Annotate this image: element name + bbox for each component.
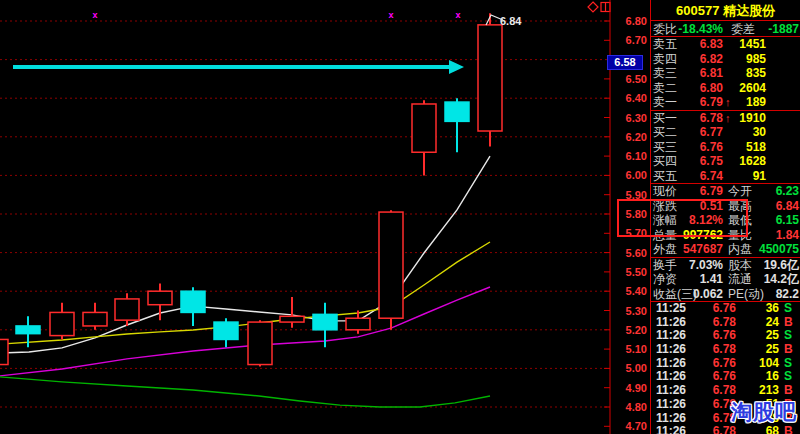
tick-volume: 104 <box>741 357 779 371</box>
level-volume: 518 <box>727 140 766 155</box>
level-volume: 1451 <box>727 37 766 52</box>
diamond-tool-icon[interactable] <box>588 2 598 12</box>
level-label: 买四 <box>653 154 677 169</box>
level-volume: 985 <box>727 52 766 67</box>
price-axis-label: 4.90 <box>611 382 647 394</box>
level-price: 6.76 <box>675 140 723 155</box>
price-axis-label: 6.10 <box>611 150 647 162</box>
price-axis-label: 4.70 <box>611 420 647 432</box>
stat-value: 7.03% <box>675 258 723 273</box>
level-volume: 1628 <box>727 154 766 169</box>
price-axis-label: 6.30 <box>611 112 647 124</box>
candle-body <box>346 318 370 330</box>
bid-levels: 买一6.78↑1910买二6.7730买三6.76518买四6.751628买五… <box>651 111 800 185</box>
tick-price: 6.76 <box>696 329 736 343</box>
info-label: 今开 <box>728 184 752 199</box>
tick-time: 11:26 <box>656 329 686 343</box>
info-row: 外盘547687内盘450075 <box>651 242 800 257</box>
weibi-label: 委比 <box>653 21 677 37</box>
level-label: 买三 <box>653 140 677 155</box>
level-label: 买五 <box>653 169 677 184</box>
x-marker: x <box>388 10 393 20</box>
level-price: 6.77 <box>675 125 723 140</box>
info-label: 现价 <box>653 184 677 199</box>
stat-row: 净资1.41流通14.2亿 <box>651 272 800 287</box>
bid-row[interactable]: 买三6.76518 <box>651 140 800 155</box>
level-price: 6.80 <box>675 81 723 96</box>
info-label: 外盘 <box>653 242 677 257</box>
bid-row[interactable]: 买二6.7730 <box>651 125 800 140</box>
candle-body <box>0 339 8 364</box>
prev-close-label: 6.58 <box>607 55 643 70</box>
level-volume: 835 <box>727 66 766 81</box>
info-value: 450075 <box>754 242 799 257</box>
price-axis-label: 5.30 <box>611 305 647 317</box>
tick-time: 11:26 <box>656 370 686 384</box>
tick-row: 11:266.78213B <box>651 384 800 398</box>
x-marker: x <box>92 10 97 20</box>
bid-row[interactable]: 买五6.7491 <box>651 169 800 184</box>
tick-volume: 24 <box>741 316 779 330</box>
tick-price: 6.78 <box>696 412 736 426</box>
candle-body <box>83 312 107 326</box>
weicha-label: 委差 <box>731 21 755 37</box>
stat-label: 流通 <box>728 272 752 287</box>
ask-row[interactable]: 卖二6.802604 <box>651 81 800 96</box>
level-price: 6.74 <box>675 169 723 184</box>
price-axis-label: 6.70 <box>611 34 647 46</box>
candle-body <box>148 291 172 305</box>
ask-row[interactable]: 卖五6.831451 <box>651 37 800 52</box>
tick-price: 6.76 <box>696 302 736 316</box>
tick-row: 11:266.76104S <box>651 357 800 371</box>
stat-label: 股本 <box>728 258 752 273</box>
ask-row[interactable]: 卖一6.79↑189 <box>651 95 800 110</box>
tick-volume: 36 <box>741 302 779 316</box>
stat-row: 换手7.03%股本19.6亿 <box>651 258 800 273</box>
watermark-taoguba: 淘股吧 <box>731 398 797 426</box>
tick-volume: 25 <box>741 343 779 357</box>
candlestick-chart[interactable]: 6.84xxx <box>0 0 650 434</box>
tick-volume: 16 <box>741 370 779 384</box>
ask-row[interactable]: 卖三6.81835 <box>651 66 800 81</box>
price-axis-label: 5.50 <box>611 266 647 278</box>
tick-price: 6.76 <box>696 357 736 371</box>
level-volume: 189 <box>727 95 766 110</box>
ask-row[interactable]: 卖四6.82985 <box>651 52 800 67</box>
tick-price: 6.78 <box>696 384 736 398</box>
level-volume: 91 <box>727 169 766 184</box>
tick-side: B <box>784 316 793 330</box>
info-value: 547687 <box>675 242 723 257</box>
fundamental-stats: 换手7.03%股本19.6亿净资1.41流通14.2亿收益(三)0.062PE(… <box>651 258 800 303</box>
bid-row[interactable]: 买四6.751628 <box>651 154 800 169</box>
tick-time: 11:26 <box>656 398 686 412</box>
price-axis-label: 6.20 <box>611 131 647 143</box>
candle-body <box>478 25 502 131</box>
tick-row: 11:266.7825B <box>651 343 800 357</box>
level-price: 6.75 <box>675 154 723 169</box>
tick-side: S <box>784 370 792 384</box>
level-volume: 1910 <box>727 111 766 126</box>
candle-body <box>181 291 205 312</box>
tick-price: 6.78 <box>696 316 736 330</box>
stat-value: 19.6亿 <box>754 258 799 273</box>
weibi-value: -18.43% <box>678 21 723 37</box>
tick-time: 11:26 <box>656 412 686 426</box>
tick-side: B <box>784 425 793 434</box>
level-label: 卖四 <box>653 52 677 67</box>
price-axis-label: 4.80 <box>611 401 647 413</box>
price-axis-label: 6.50 <box>611 73 647 85</box>
level-price: 6.79 <box>675 95 723 110</box>
tick-row: 11:266.7868B <box>651 425 800 434</box>
candle-body <box>214 322 238 339</box>
tick-price: 6.78 <box>696 343 736 357</box>
bid-row[interactable]: 买一6.78↑1910 <box>651 111 800 126</box>
stat-label: 净资 <box>653 272 677 287</box>
tick-row: 11:266.7616S <box>651 370 800 384</box>
candle-body <box>379 212 403 318</box>
level-label: 卖二 <box>653 81 677 96</box>
tick-row: 11:266.7824B <box>651 316 800 330</box>
candle-body <box>50 312 74 335</box>
tick-time: 11:26 <box>656 384 686 398</box>
price-axis-label: 5.10 <box>611 343 647 355</box>
price-axis-label: 5.20 <box>611 324 647 336</box>
